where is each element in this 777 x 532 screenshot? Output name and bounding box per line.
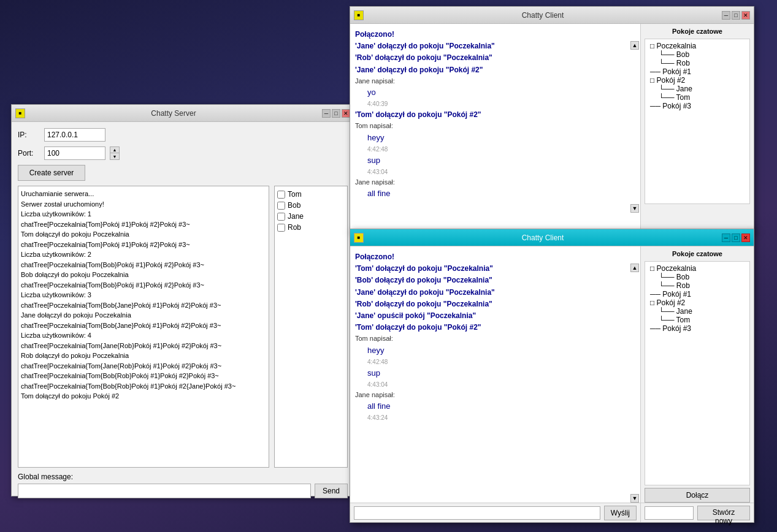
user-item: Rob [277, 222, 345, 233]
log-line: Tom dołączył do pokoju Pokój #2 [21, 391, 266, 401]
room-item[interactable]: ── Pokój #3 [648, 102, 747, 110]
msg-join: 'Rob' dołączył do pokoju "Poczekalnia" [355, 52, 629, 64]
user-tom-checkbox[interactable] [277, 191, 285, 199]
new-room-input[interactable] [645, 506, 694, 520]
log-line: Tom dołączył do pokoju Poczekalnia [21, 229, 266, 240]
rooms-tree: □ Poczekalnia └── Bob └── Rob ── Pokój #… [645, 39, 750, 204]
user-rob-checkbox[interactable] [277, 224, 285, 232]
scroll-up-button[interactable]: ▲ [630, 264, 639, 272]
create-room-button[interactable]: Stwórz nowy [697, 506, 750, 520]
client2-window-controls: ─ □ ✕ [722, 234, 750, 242]
log-line: chatTree[Poczekalnia{Tom}Pokój #1}Pokój … [21, 219, 266, 230]
room-item[interactable]: └── Tom [648, 316, 747, 324]
msg-join: 'Tom' dołączył do pokoju "Pokój #2" [355, 322, 629, 333]
user-list: Tom Bob Jane Rob [274, 186, 348, 468]
port-label: Port: [18, 149, 39, 158]
user-name: Jane [288, 212, 304, 221]
server-window: ■ Chatty Server ─ □ ✕ IP: Port: ▲ ▼ Crea… [11, 104, 354, 496]
maximize-button[interactable]: □ [332, 109, 340, 118]
send-button[interactable]: Wyślij [604, 506, 637, 520]
minimize-button[interactable]: ─ [722, 234, 730, 242]
scroll-down-button[interactable]: ▼ [630, 494, 639, 503]
msg-join: 'Jane' dołączył do pokoju "Pokój #2" [355, 64, 629, 76]
user-jane-checkbox[interactable] [277, 213, 285, 221]
room-item[interactable]: □ Poczekalnia [648, 42, 747, 50]
global-msg-input[interactable] [18, 484, 311, 498]
log-line: chatTree[Poczekalnia{Tom{Jane{Rob}Pokój … [21, 341, 266, 351]
client2-titlebar: ■ Chatty Client ─ □ ✕ [350, 229, 754, 246]
port-input[interactable] [44, 146, 105, 160]
close-button[interactable]: ✕ [342, 109, 350, 118]
msg-join: 'Jane' opuścił pokój "Poczekalnia" [355, 310, 629, 322]
scroll-down-button[interactable]: ▼ [630, 204, 639, 213]
msg-join: 'Bob' dołączył do pokoju "Poczekalnia" [355, 275, 629, 286]
room-item[interactable]: □ Poczekalnia [648, 264, 747, 273]
client1-sidebar: Pokoje czatowe □ Poczekalnia └── Bob └──… [640, 24, 754, 232]
msg-author: Jane napisał: [355, 390, 629, 401]
client1-window-controls: ─ □ ✕ [722, 11, 750, 20]
user-name: Tom [288, 190, 302, 199]
user-bob-checkbox[interactable] [277, 202, 285, 210]
room-item[interactable]: └── Jane [648, 307, 747, 316]
minimize-button[interactable]: ─ [322, 109, 331, 118]
dolacz-button[interactable]: Dołącz [645, 488, 750, 503]
client2-title: Chatty Client [364, 234, 722, 242]
maximize-button[interactable]: □ [732, 11, 740, 20]
log-line: Serwer został uruchomiony! [21, 199, 266, 210]
log-line: Liczba użytkowników: 3 [21, 290, 266, 300]
room-item[interactable]: ── Pokój #1 [648, 67, 747, 76]
maximize-button[interactable]: □ [732, 234, 740, 242]
log-line: Liczba użytkowników: 2 [21, 249, 266, 260]
scroll-up-button[interactable]: ▲ [630, 41, 639, 50]
client2-window-icon: ■ [354, 233, 364, 243]
room-item[interactable]: □ Pokój #2 [648, 76, 747, 85]
port-up-button[interactable]: ▲ [110, 146, 120, 153]
log-line: chatTree[Poczekalnia{Tom{Bob{Jane}Pokój … [21, 300, 266, 311]
room-item[interactable]: └── Rob [648, 281, 747, 290]
msg-status: Połączono! [355, 251, 629, 263]
client1-window: ■ Chatty Client ─ □ ✕ Połączono! 'Jane' … [350, 6, 754, 233]
msg-author: Jane napisał: [355, 76, 629, 87]
port-down-button[interactable]: ▼ [110, 153, 120, 160]
ip-input[interactable] [44, 128, 105, 142]
room-item[interactable]: └── Bob [648, 50, 747, 59]
send-button[interactable]: Send [315, 484, 348, 498]
server-titlebar: ■ Chatty Server ─ □ ✕ [12, 105, 354, 122]
msg-text: heyy [355, 132, 629, 145]
client1-messages: Połączono! 'Jane' dołączył do pokoju "Po… [350, 24, 640, 232]
ip-label: IP: [18, 131, 39, 139]
user-item: Tom [277, 189, 345, 200]
log-line: chatTree[Poczekalnia{Tom{Bob}Pokój #1}Po… [21, 280, 266, 291]
log-line: Rob dołączył do pokoju Poczekalnia [21, 351, 266, 361]
msg-time: 4:43:04 [355, 380, 629, 390]
server-title: Chatty Server [25, 109, 322, 118]
chat-input[interactable] [354, 506, 600, 520]
close-button[interactable]: ✕ [741, 11, 750, 20]
log-line: Liczba użytkowników: 1 [21, 209, 266, 219]
room-item[interactable]: □ Pokój #2 [648, 298, 747, 307]
msg-time: 4:43:04 [355, 167, 629, 177]
client2-window: ■ Chatty Client ─ □ ✕ Połączono! 'Tom' d… [350, 229, 754, 523]
client2-sidebar: Pokoje czatowe □ Poczekalnia └── Bob └──… [640, 246, 754, 503]
log-line: Uruchamianie serwera... [21, 189, 266, 199]
room-item[interactable]: └── Bob [648, 273, 747, 281]
log-line: Bob dołączył do pokoju Poczekalnia [21, 270, 266, 280]
room-item[interactable]: └── Jane [648, 85, 747, 93]
minimize-button[interactable]: ─ [722, 11, 730, 20]
room-item[interactable]: ── Pokój #3 [648, 324, 747, 333]
close-button[interactable]: ✕ [741, 234, 750, 242]
room-item[interactable]: ── Pokój #1 [648, 290, 747, 298]
msg-time: 4:42:48 [355, 145, 629, 154]
msg-text: all fine [355, 400, 629, 413]
client2-messages: Połączono! 'Tom' dołączył do pokoju "Poc… [350, 246, 640, 503]
msg-author: Tom napisał: [355, 333, 629, 344]
msg-author: Tom napisał: [355, 121, 629, 132]
client1-title: Chatty Client [364, 11, 722, 20]
room-item[interactable]: └── Rob [648, 59, 747, 67]
msg-status: Połączono! [355, 29, 629, 40]
user-item: Bob [277, 200, 345, 211]
user-name: Rob [288, 223, 301, 232]
create-server-button[interactable]: Create server [18, 165, 85, 181]
global-msg-label: Global message: [18, 473, 348, 481]
room-item[interactable]: └── Tom [648, 93, 747, 102]
